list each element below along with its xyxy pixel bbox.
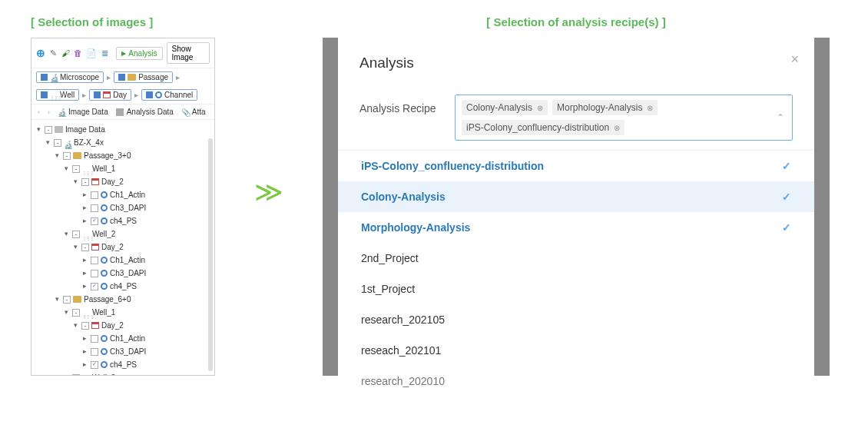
tree-row[interactable]: ch4_PS xyxy=(35,280,211,293)
crumb-passage[interactable]: Passage xyxy=(114,71,173,83)
checkbox[interactable] xyxy=(91,257,98,264)
tree-row[interactable]: ch4_PS xyxy=(35,214,211,227)
tree-row[interactable]: Ch1_Actin xyxy=(35,332,211,345)
checkbox[interactable] xyxy=(91,335,98,343)
chevron-right-icon[interactable]: › xyxy=(48,108,50,116)
tree-row[interactable]: Day_2 xyxy=(35,175,211,188)
tag-remove-icon[interactable]: ⊗ xyxy=(614,124,620,132)
expand-icon[interactable] xyxy=(71,320,79,331)
checkbox[interactable] xyxy=(81,322,89,330)
expand-icon[interactable] xyxy=(81,255,88,266)
dropdown-option[interactable]: 2nd_Project xyxy=(338,243,814,274)
dropdown-option[interactable]: research_202105 xyxy=(338,304,814,335)
analysis-button[interactable]: ▶ Analysis xyxy=(116,47,162,60)
scrollbar[interactable] xyxy=(208,138,213,371)
dropdown-option[interactable]: iPS-Colony_confluency-distribution✓ xyxy=(338,151,814,181)
tree-row[interactable]: Well_1 xyxy=(35,162,211,175)
expand-icon[interactable] xyxy=(62,164,70,174)
tree-label: Ch3_DAPI xyxy=(110,202,146,214)
close-icon[interactable]: × xyxy=(790,51,799,68)
add-icon[interactable]: ⊕ xyxy=(36,48,45,58)
tree-row[interactable]: Ch1_Actin xyxy=(35,254,211,267)
square-icon xyxy=(41,91,48,98)
tree-row[interactable]: ch4_PS xyxy=(35,358,211,371)
tree-row[interactable]: Ch3_DAPI xyxy=(35,267,211,280)
tree-row[interactable]: Ch3_DAPI xyxy=(35,345,211,358)
expand-icon[interactable] xyxy=(53,151,61,161)
expand-icon[interactable] xyxy=(62,373,70,376)
tree-row[interactable]: Well_2 xyxy=(35,227,211,241)
well-icon xyxy=(82,166,90,172)
tree-row[interactable]: Ch1_Actin xyxy=(35,188,211,201)
chevron-right-icon: ▸ xyxy=(106,73,111,81)
expand-icon[interactable] xyxy=(35,124,42,135)
expand-icon[interactable] xyxy=(71,242,79,253)
checkbox[interactable] xyxy=(91,217,98,225)
dropdown-option[interactable]: research_202010 xyxy=(338,366,814,397)
tree-row[interactable]: Day_2 xyxy=(35,319,211,332)
tab-analysis-data[interactable]: Analysis Data xyxy=(116,108,174,116)
tree-label: ch4_PS xyxy=(110,215,137,227)
tree-row[interactable]: Well_2 xyxy=(35,371,211,376)
tree-row[interactable]: Passage_3+0 xyxy=(35,149,211,162)
expand-icon[interactable] xyxy=(71,177,79,187)
chevron-up-icon[interactable]: ⌃ xyxy=(777,112,784,123)
wand-icon[interactable]: ✎ xyxy=(49,48,58,58)
tree-row[interactable]: 🔬BZ-X_4x xyxy=(35,136,211,149)
checkbox[interactable] xyxy=(72,309,80,317)
expand-icon[interactable] xyxy=(81,203,88,214)
crumb-channel[interactable]: Channel xyxy=(141,89,197,101)
tree-row[interactable]: Day_2 xyxy=(35,241,211,254)
tree-row[interactable]: Image Data xyxy=(35,123,211,136)
recipe-multiselect[interactable]: Colony-Analysis ⊗ Morphology-Analysis ⊗ … xyxy=(455,95,793,141)
tag-remove-icon[interactable]: ⊗ xyxy=(537,104,543,112)
checkbox[interactable] xyxy=(54,139,61,147)
checkbox[interactable] xyxy=(45,126,52,134)
checkbox[interactable] xyxy=(91,361,98,369)
tag-remove-icon[interactable]: ⊗ xyxy=(647,104,653,112)
crumb-microscope[interactable]: 🔬 Microscope xyxy=(36,71,104,83)
show-image-button[interactable]: Show Image xyxy=(167,42,210,64)
checkbox[interactable] xyxy=(91,191,98,199)
expand-icon[interactable] xyxy=(62,307,70,318)
checkbox[interactable] xyxy=(63,296,71,304)
checkbox[interactable] xyxy=(63,152,71,160)
crumb-well[interactable]: Well xyxy=(36,89,79,101)
note-icon[interactable]: 📄 xyxy=(86,48,97,58)
checkbox[interactable] xyxy=(91,270,98,277)
checkbox[interactable] xyxy=(91,348,98,356)
tab-atta[interactable]: 📎 Atta xyxy=(181,108,206,116)
checkbox[interactable] xyxy=(72,165,80,173)
expand-icon[interactable] xyxy=(81,268,88,279)
square-icon xyxy=(146,91,153,98)
chevron-left-icon[interactable]: ‹ xyxy=(38,108,40,116)
expand-icon[interactable] xyxy=(81,347,88,357)
expand-icon[interactable] xyxy=(81,281,88,292)
dropdown-option[interactable]: Morphology-Analysis✓ xyxy=(338,212,814,243)
dropdown-option[interactable]: reseach_202101 xyxy=(338,335,814,366)
expand-icon[interactable] xyxy=(81,333,88,344)
expand-icon[interactable] xyxy=(62,229,70,240)
expand-icon[interactable] xyxy=(81,216,88,227)
checkbox[interactable] xyxy=(91,204,98,212)
dropdown-option[interactable]: Colony-Analysis✓ xyxy=(338,181,814,212)
expand-icon[interactable] xyxy=(44,138,51,148)
tree-row[interactable]: Ch3_DAPI xyxy=(35,201,211,214)
stack-icon[interactable]: ≣ xyxy=(101,48,109,58)
paint-icon[interactable]: 🖌 xyxy=(61,48,70,58)
trash-icon[interactable]: 🗑 xyxy=(74,48,82,58)
tree-row[interactable]: Passage_6+0 xyxy=(35,293,211,306)
expand-icon[interactable] xyxy=(81,190,88,201)
checkbox[interactable] xyxy=(81,244,89,251)
expand-icon[interactable] xyxy=(53,294,61,305)
checkbox[interactable] xyxy=(72,374,80,377)
tab-image-data[interactable]: 🔬 Image Data xyxy=(58,108,108,116)
expand-icon[interactable] xyxy=(81,360,88,370)
checkbox[interactable] xyxy=(81,178,89,186)
dropdown-option[interactable]: 1st_Project xyxy=(338,274,814,304)
tree-label: ch4_PS xyxy=(110,359,137,370)
checkbox[interactable] xyxy=(91,283,98,290)
checkbox[interactable] xyxy=(72,231,80,238)
tree-row[interactable]: Well_1 xyxy=(35,306,211,319)
crumb-day[interactable]: Day xyxy=(89,89,131,101)
